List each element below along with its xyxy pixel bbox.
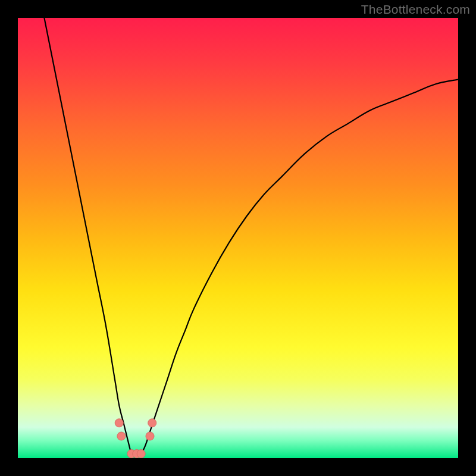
data-marker: [115, 419, 123, 427]
watermark-text: TheBottleneck.com: [361, 2, 470, 17]
data-marker: [148, 419, 156, 427]
plot-area: [18, 18, 458, 458]
bottleneck-curve: [44, 18, 458, 456]
data-marker: [137, 450, 145, 458]
curve-svg: [18, 18, 458, 458]
data-marker: [117, 432, 126, 440]
data-marker: [146, 432, 154, 440]
chart-frame: TheBottleneck.com: [0, 0, 476, 476]
